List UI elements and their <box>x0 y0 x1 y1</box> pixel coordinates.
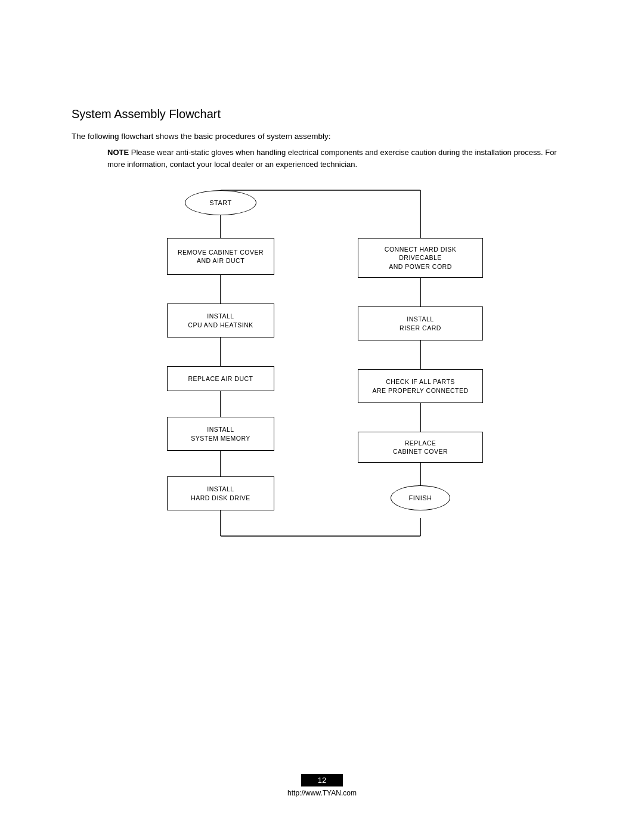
footer: 12 http://www.TYAN.com <box>0 774 644 797</box>
replace-air-node: REPLACE AIR DUCT <box>167 366 274 391</box>
page-number: 12 <box>301 774 343 786</box>
page-title: System Assembly Flowchart <box>72 107 572 121</box>
note-text: Please wear anti-static gloves when hand… <box>107 148 557 169</box>
flowchart: START REMOVE CABINET COVER AND AIR DUCT … <box>119 184 525 590</box>
check-parts-node: CHECK IF ALL PARTS ARE PROPERLY CONNECTE… <box>358 369 483 403</box>
install-hdd-node: INSTALL HARD DISK DRIVE <box>167 476 274 510</box>
page: System Assembly Flowchart The following … <box>0 0 644 833</box>
remove-cabinet-node: REMOVE CABINET COVER AND AIR DUCT <box>167 238 274 275</box>
install-riser-node: INSTALL RISER CARD <box>358 306 483 340</box>
note-label: NOTE <box>107 148 129 157</box>
footer-url: http://www.TYAN.com <box>287 789 357 797</box>
install-cpu-node: INSTALL CPU AND HEATSINK <box>167 304 274 337</box>
intro-text: The following flowchart shows the basic … <box>72 132 572 141</box>
replace-cover-node: REPLACE CABINET COVER <box>358 432 483 463</box>
finish-node: FINISH <box>391 485 450 510</box>
note-block: NOTE Please wear anti-static gloves when… <box>107 147 572 170</box>
install-memory-node: INSTALL SYSTEM MEMORY <box>167 417 274 451</box>
start-node: START <box>185 190 256 215</box>
connect-hdd-node: CONNECT HARD DISK DRIVECABLE AND POWER C… <box>358 238 483 278</box>
